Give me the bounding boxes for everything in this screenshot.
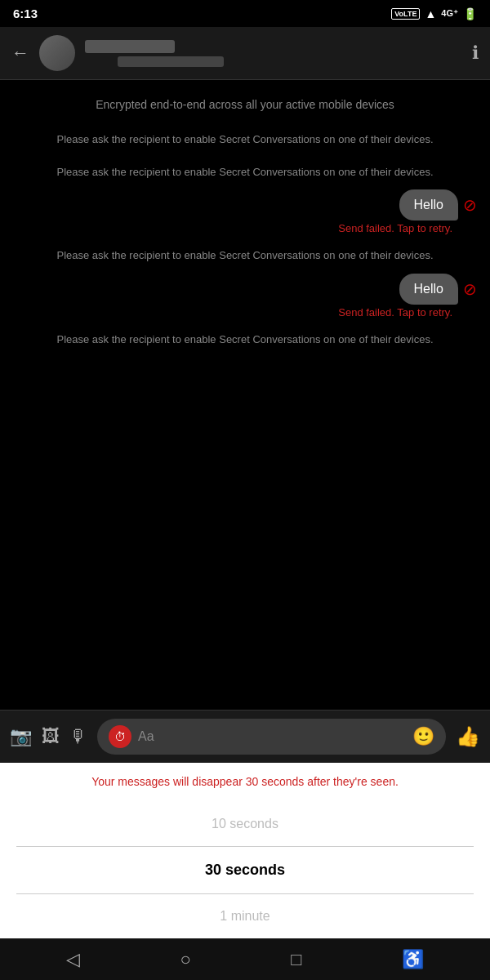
contact-name xyxy=(85,40,175,53)
emoji-button[interactable]: 🙂 xyxy=(412,726,434,747)
send-failed-0[interactable]: Send failed. Tap to retry. xyxy=(13,222,477,234)
message-text-0: Hello xyxy=(414,198,443,212)
error-icon-1: ⊘ xyxy=(463,279,477,299)
network-icon: 4G⁺ xyxy=(441,8,458,19)
nav-home-icon[interactable]: ○ xyxy=(180,949,191,970)
time-display: 6:13 xyxy=(13,7,38,20)
timer-option-1m[interactable]: 1 minute xyxy=(0,894,490,938)
send-failed-1[interactable]: Send failed. Tap to retry. xyxy=(13,306,477,318)
system-msg-2: Please ask the recipient to enable Secre… xyxy=(13,241,477,270)
input-bar: 📷 🖼 🎙 ⏱ Aa 🙂 👍 xyxy=(0,710,490,763)
chat-area: Encrypted end-to-end across all your act… xyxy=(0,80,490,710)
contact-info xyxy=(85,40,462,67)
status-bar: 6:13 VoLTE ▲ 4G⁺ 🔋 xyxy=(0,0,490,27)
timer-options-list: 10 seconds 30 seconds 1 minute xyxy=(0,802,490,938)
message-text-1: Hello xyxy=(414,282,443,296)
status-icons: VoLTE ▲ 4G⁺ 🔋 xyxy=(391,7,477,20)
timer-option-30s[interactable]: 30 seconds xyxy=(0,847,490,893)
like-button[interactable]: 👍 xyxy=(456,725,480,748)
battery-icon: 🔋 xyxy=(463,7,477,20)
contact-subtitle xyxy=(118,56,224,67)
timer-button[interactable]: ⏱ xyxy=(109,725,131,748)
nav-accessibility-icon[interactable]: ♿ xyxy=(402,949,424,970)
signal-icon: ▲ xyxy=(425,7,436,20)
timer-picker-panel: Your messages will disappear 30 seconds … xyxy=(0,763,490,938)
mic-button[interactable]: 🎙 xyxy=(69,726,87,747)
disappear-notice: Your messages will disappear 30 seconds … xyxy=(0,763,490,802)
system-msg-0: Please ask the recipient to enable Secre… xyxy=(13,125,477,154)
input-field-wrap[interactable]: ⏱ Aa 🙂 xyxy=(97,719,446,755)
avatar-image xyxy=(39,35,75,71)
avatar xyxy=(39,35,75,71)
error-icon-0: ⊘ xyxy=(463,195,477,215)
message-input-placeholder[interactable]: Aa xyxy=(138,729,406,744)
chat-header: ← ℹ xyxy=(0,27,490,80)
back-button[interactable]: ← xyxy=(11,42,29,64)
message-bubble-0[interactable]: Hello xyxy=(399,189,458,220)
gallery-button[interactable]: 🖼 xyxy=(42,726,60,747)
nav-recents-icon[interactable]: □ xyxy=(291,949,301,970)
message-bubble-1[interactable]: Hello xyxy=(399,274,458,305)
volte-badge: VoLTE xyxy=(391,8,420,20)
system-msg-1: Please ask the recipient to enable Secre… xyxy=(13,158,477,187)
nav-back-icon[interactable]: ◁ xyxy=(66,949,80,970)
timer-option-10s[interactable]: 10 seconds xyxy=(0,802,490,846)
nav-bar: ◁ ○ □ ♿ xyxy=(0,938,490,980)
info-button[interactable]: ℹ xyxy=(472,42,479,64)
message-row-1: Hello ⊘ xyxy=(13,274,477,305)
message-row-0: Hello ⊘ xyxy=(13,189,477,220)
camera-button[interactable]: 📷 xyxy=(10,726,32,747)
system-msg-3: Please ask the recipient to enable Secre… xyxy=(13,325,477,354)
encrypted-notice: Encrypted end-to-end across all your act… xyxy=(13,90,477,120)
